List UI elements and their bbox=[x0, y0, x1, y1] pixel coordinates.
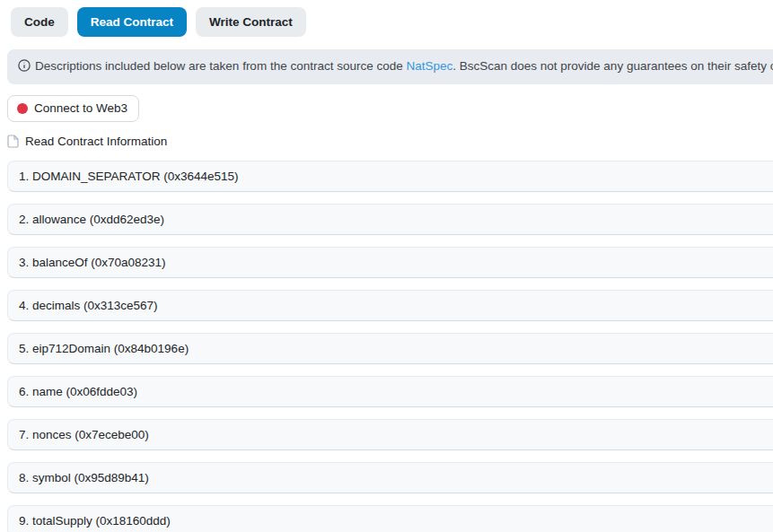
section-title-label: Read Contract Information bbox=[25, 135, 167, 148]
contract-tabs: Code Read Contract Write Contract bbox=[11, 7, 773, 37]
connect-to-web3-label: Connect to Web3 bbox=[34, 100, 127, 116]
banner-text-after: . BscScan does not provide any guarantee… bbox=[452, 59, 773, 73]
accordion-item-header[interactable]: 7. nonces (0x7ecebe00) bbox=[8, 420, 773, 449]
connect-to-web3-button[interactable]: Connect to Web3 bbox=[7, 95, 139, 122]
function-label: 9. totalSupply (0x18160ddd) bbox=[19, 514, 171, 528]
info-circle-icon bbox=[18, 59, 31, 75]
function-label: 4. decimals (0x313ce567) bbox=[19, 299, 158, 312]
accordion-item-header[interactable]: 3. balanceOf (0x70a08231) bbox=[8, 248, 773, 277]
natspec-link[interactable]: NatSpec bbox=[406, 59, 452, 73]
function-label: 5. eip712Domain (0x84b0196e) bbox=[19, 342, 189, 355]
tab-write-contract[interactable]: Write Contract bbox=[196, 7, 306, 37]
accordion-item-header[interactable]: 4. decimals (0x313ce567) bbox=[8, 291, 773, 320]
banner-text-before: Descriptions included below are taken fr… bbox=[35, 59, 403, 73]
function-label: 1. DOMAIN_SEPARATOR (0x3644e515) bbox=[19, 170, 239, 183]
accordion-item[interactable]: 8. symbol (0x95d89b41) bbox=[7, 462, 773, 493]
red-status-dot-icon bbox=[17, 103, 28, 114]
functions-accordion: 1. DOMAIN_SEPARATOR (0x3644e515) 2. allo… bbox=[7, 161, 773, 532]
accordion-item-header[interactable]: 1. DOMAIN_SEPARATOR (0x3644e515) bbox=[8, 161, 773, 191]
natspec-disclaimer-banner: Descriptions included below are taken fr… bbox=[7, 49, 773, 84]
function-label: 7. nonces (0x7ecebe00) bbox=[19, 428, 149, 441]
accordion-item[interactable]: 9. totalSupply (0x18160ddd) bbox=[7, 505, 773, 532]
read-contract-info-heading: Read Contract Information bbox=[7, 135, 773, 148]
accordion-item[interactable]: 2. allowance (0xdd62ed3e) bbox=[7, 204, 773, 235]
function-label: 6. name (0x06fdde03) bbox=[19, 385, 137, 398]
accordion-item[interactable]: 7. nonces (0x7ecebe00) bbox=[7, 419, 773, 450]
accordion-item-header[interactable]: 9. totalSupply (0x18160ddd) bbox=[8, 506, 773, 532]
accordion-item[interactable]: 4. decimals (0x313ce567) bbox=[7, 290, 773, 321]
accordion-item[interactable]: 3. balanceOf (0x70a08231) bbox=[7, 247, 773, 278]
accordion-item[interactable]: 5. eip712Domain (0x84b0196e) bbox=[7, 333, 773, 364]
function-label: 2. allowance (0xdd62ed3e) bbox=[19, 213, 164, 226]
accordion-item-header[interactable]: 5. eip712Domain (0x84b0196e) bbox=[8, 334, 773, 363]
tab-code[interactable]: Code bbox=[11, 7, 68, 37]
tab-read-contract[interactable]: Read Contract bbox=[77, 7, 187, 37]
file-icon bbox=[7, 135, 19, 148]
accordion-item-header[interactable]: 6. name (0x06fdde03) bbox=[8, 377, 773, 406]
accordion-item[interactable]: 1. DOMAIN_SEPARATOR (0x3644e515) bbox=[7, 161, 773, 192]
contract-page: Code Read Contract Write Contract Descri… bbox=[0, 0, 773, 532]
function-label: 8. symbol (0x95d89b41) bbox=[19, 471, 149, 484]
accordion-item-header[interactable]: 8. symbol (0x95d89b41) bbox=[8, 463, 773, 493]
accordion-item[interactable]: 6. name (0x06fdde03) bbox=[7, 376, 773, 407]
accordion-item-header[interactable]: 2. allowance (0xdd62ed3e) bbox=[8, 205, 773, 234]
function-label: 3. balanceOf (0x70a08231) bbox=[19, 256, 166, 269]
